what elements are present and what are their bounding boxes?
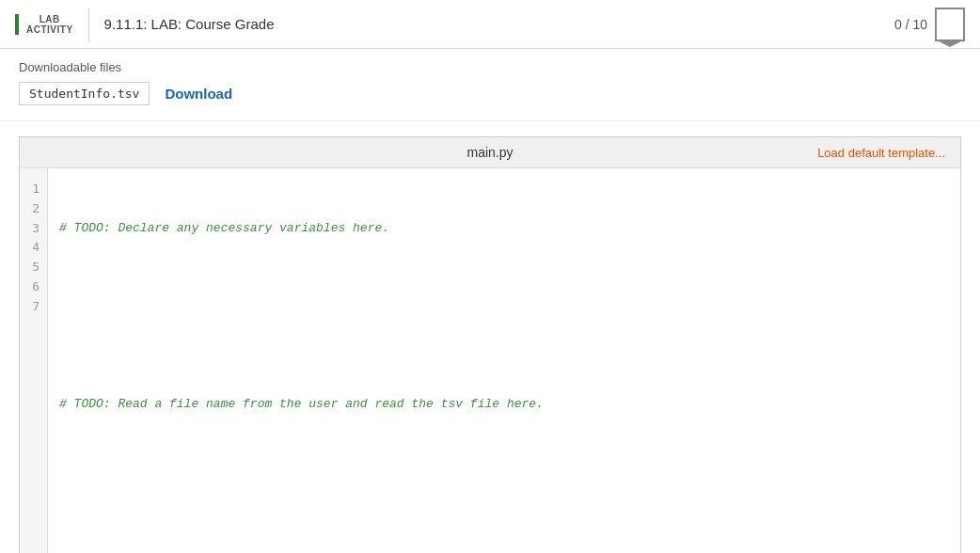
code-line-1: # TODO: Declare any necessary variables … (59, 219, 949, 239)
score-text: 0 / 10 (894, 17, 927, 32)
file-row: StudentInfo.tsv Download (19, 82, 961, 105)
editor-section: main.py Load default template... 1 2 3 4… (19, 136, 961, 553)
line-num-4: 4 (27, 238, 40, 258)
code-line-5 (59, 453, 949, 473)
line-num-2: 2 (27, 199, 40, 219)
editor-body: 1 2 3 4 5 6 7 # TODO: Declare any necess… (20, 168, 960, 553)
line-num-1: 1 (27, 180, 40, 199)
line-num-7: 7 (27, 297, 40, 317)
code-line-6 (59, 513, 949, 532)
header: LAB ACTIVITY 9.11.1: LAB: Course Grade 0… (0, 0, 980, 49)
header-divider (88, 8, 89, 41)
line-numbers: 1 2 3 4 5 6 7 (20, 168, 48, 553)
code-line-4: # TODO: Read a file name from the user a… (59, 395, 949, 415)
line-num-3: 3 (27, 219, 40, 239)
page-title: 9.11.1: LAB: Course Grade (104, 16, 894, 32)
lab-badge: LAB ACTIVITY (15, 14, 73, 35)
code-line-2 (59, 277, 949, 297)
downloadable-section: Downloadable files StudentInfo.tsv Downl… (0, 49, 980, 121)
line-num-6: 6 (27, 277, 40, 297)
score-badge (935, 8, 965, 41)
editor-header: main.py Load default template... (20, 137, 960, 168)
code-line-3 (59, 336, 949, 356)
activity-text: ACTIVITY (26, 24, 73, 35)
line-num-5: 5 (27, 258, 40, 277)
downloadable-label: Downloadable files (19, 60, 961, 74)
file-name: StudentInfo.tsv (19, 82, 150, 105)
code-editor[interactable]: # TODO: Declare any necessary variables … (48, 168, 960, 553)
lab-text: LAB (40, 14, 60, 24)
editor-filename: main.py (339, 145, 642, 160)
score-container: 0 / 10 (894, 8, 965, 41)
download-link[interactable]: Download (165, 86, 232, 102)
load-template-link[interactable]: Load default template... (817, 146, 945, 160)
